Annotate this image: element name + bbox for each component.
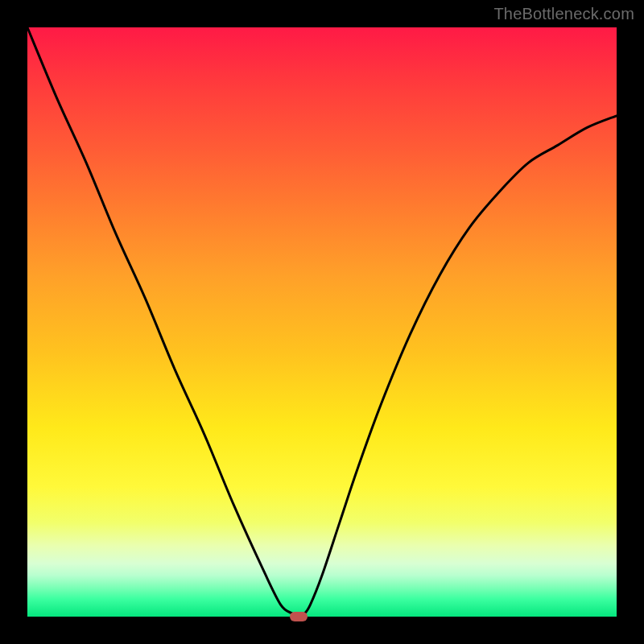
bottleneck-curve — [27, 27, 617, 617]
min-marker — [290, 612, 308, 621]
watermark-text: TheBottleneck.com — [493, 5, 634, 23]
curve-svg — [27, 27, 617, 617]
plot-area — [27, 27, 617, 617]
chart-frame: TheBottleneck.com — [0, 0, 644, 644]
